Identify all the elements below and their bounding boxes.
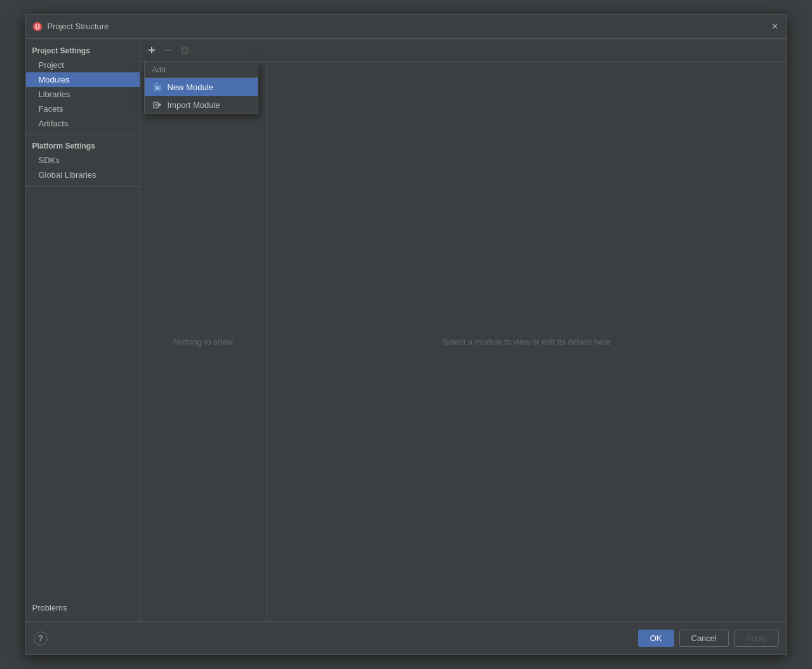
ok-button[interactable]: OK [638,630,674,647]
sidebar-item-modules[interactable]: Modules [26,72,140,87]
platform-settings-header: Platform Settings [26,139,140,153]
sidebar-divider-2 [26,186,140,187]
svg-rect-8 [156,87,159,88]
import-module-label: Import Module [168,100,220,110]
sidebar-item-sdks[interactable]: SDKs [26,153,140,168]
module-detail: Select a module to view or edit its deta… [267,62,787,621]
sidebar-item-project[interactable]: Project [26,58,140,72]
remove-button[interactable] [161,43,176,58]
close-button[interactable]: × [770,22,780,32]
sidebar-item-artifacts[interactable]: Artifacts [26,116,140,131]
import-module-icon [152,100,163,110]
project-structure-dialog: U Project Structure × Project Settings P… [25,14,787,655]
toolbar: Add New Module [140,39,787,62]
svg-rect-9 [156,88,159,89]
dialog-title: Project Structure [48,22,770,31]
help-button[interactable]: ? [34,632,48,646]
sidebar-divider [26,135,140,135]
new-module-label: New Module [168,83,213,92]
sidebar-item-global-libraries[interactable]: Global Libraries [26,168,140,182]
dropdown-overlay: Add New Module [144,62,258,114]
apply-button[interactable]: Apply [734,630,779,647]
sidebar-item-facets[interactable]: Facets [26,102,140,116]
sidebar-item-problems[interactable]: Problems [26,600,140,615]
svg-text:U: U [35,23,39,30]
dialog-body: Project Settings Project Modules Librari… [26,39,787,621]
dropdown-item-import-module[interactable]: Import Module [145,96,258,114]
app-icon: U [32,22,43,32]
new-module-icon [152,82,163,92]
module-detail-hint: Select a module to view or edit its deta… [443,337,610,347]
module-list: Nothing to show [140,62,267,621]
project-settings-header: Project Settings [26,44,140,58]
sidebar: Project Settings Project Modules Librari… [26,39,140,621]
main-content: Add New Module [140,39,787,621]
module-panel: Nothing to show Select a module to view … [140,62,787,621]
cancel-button[interactable]: Cancel [679,630,729,647]
add-button[interactable] [144,43,159,58]
dropdown-item-new-module[interactable]: New Module [145,78,258,96]
footer: ? OK Cancel Apply [26,621,787,654]
sidebar-item-libraries[interactable]: Libraries [26,87,140,102]
svg-rect-7 [154,85,161,91]
title-bar: U Project Structure × [26,15,787,39]
dropdown-menu: Add New Module [144,62,258,114]
dropdown-header: Add [145,62,258,78]
empty-list-label: Nothing to show [173,337,232,347]
copy-button[interactable] [177,43,192,58]
